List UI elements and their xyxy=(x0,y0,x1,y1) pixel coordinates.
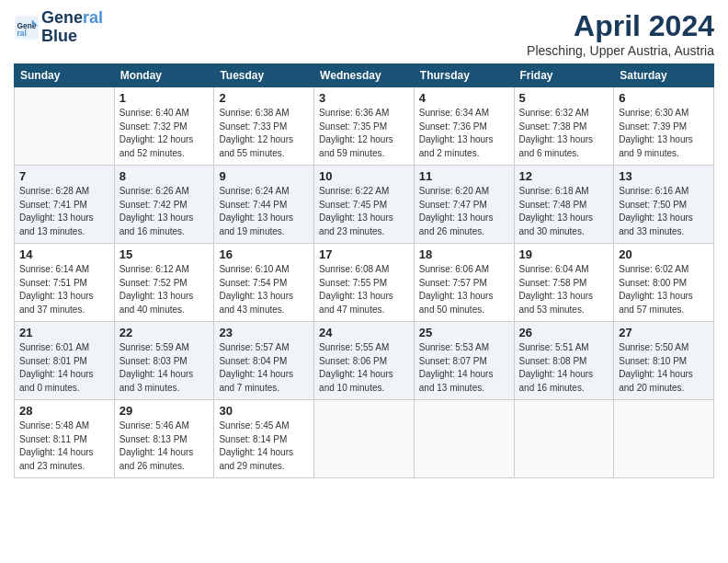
calendar-cell: 26Sunrise: 5:51 AM Sunset: 8:08 PM Dayli… xyxy=(514,322,614,400)
day-number: 18 xyxy=(419,247,509,261)
calendar-cell: 30Sunrise: 5:45 AM Sunset: 8:14 PM Dayli… xyxy=(214,400,314,478)
day-number: 15 xyxy=(119,247,210,261)
day-number: 11 xyxy=(419,169,509,183)
day-info: Sunrise: 6:10 AM Sunset: 7:54 PM Dayligh… xyxy=(219,263,309,316)
day-info: Sunrise: 6:20 AM Sunset: 7:47 PM Dayligh… xyxy=(419,185,509,238)
header-sunday: Sunday xyxy=(15,64,115,87)
calendar-cell: 18Sunrise: 6:06 AM Sunset: 7:57 PM Dayli… xyxy=(414,244,514,322)
location: Plesching, Upper Austria, Austria xyxy=(527,43,714,58)
calendar-cell xyxy=(414,400,514,478)
day-info: Sunrise: 6:28 AM Sunset: 7:41 PM Dayligh… xyxy=(19,185,109,238)
day-number: 8 xyxy=(119,169,210,183)
header-saturday: Saturday xyxy=(614,64,714,87)
day-number: 23 xyxy=(219,326,309,339)
calendar-week-row: 7Sunrise: 6:28 AM Sunset: 7:41 PM Daylig… xyxy=(15,166,714,244)
calendar-table: Sunday Monday Tuesday Wednesday Thursday… xyxy=(14,63,714,478)
calendar-week-row: 1Sunrise: 6:40 AM Sunset: 7:32 PM Daylig… xyxy=(15,87,714,166)
day-number: 10 xyxy=(319,169,409,183)
calendar-cell: 29Sunrise: 5:46 AM Sunset: 8:13 PM Dayli… xyxy=(114,400,214,478)
calendar-cell: 19Sunrise: 6:04 AM Sunset: 7:58 PM Dayli… xyxy=(514,244,614,322)
calendar-cell: 4Sunrise: 6:34 AM Sunset: 7:36 PM Daylig… xyxy=(414,87,514,166)
calendar-cell xyxy=(514,400,614,478)
day-number: 27 xyxy=(619,326,709,339)
logo: Gene ral GeneralBlue xyxy=(14,9,103,46)
calendar-cell: 23Sunrise: 5:57 AM Sunset: 8:04 PM Dayli… xyxy=(214,322,314,400)
day-info: Sunrise: 5:51 AM Sunset: 8:08 PM Dayligh… xyxy=(519,341,609,395)
day-number: 21 xyxy=(19,326,109,339)
page: Gene ral GeneralBlue April 2024 Pleschin… xyxy=(0,0,728,563)
day-info: Sunrise: 6:14 AM Sunset: 7:51 PM Dayligh… xyxy=(19,263,109,316)
day-number: 1 xyxy=(119,91,210,105)
calendar-cell: 20Sunrise: 6:02 AM Sunset: 8:00 PM Dayli… xyxy=(614,244,714,322)
day-number: 16 xyxy=(219,247,309,261)
day-info: Sunrise: 5:53 AM Sunset: 8:07 PM Dayligh… xyxy=(419,341,509,395)
calendar-cell: 21Sunrise: 6:01 AM Sunset: 8:01 PM Dayli… xyxy=(15,322,115,400)
calendar-cell: 15Sunrise: 6:12 AM Sunset: 7:52 PM Dayli… xyxy=(114,244,214,322)
day-info: Sunrise: 6:08 AM Sunset: 7:55 PM Dayligh… xyxy=(319,263,409,316)
day-number: 3 xyxy=(319,91,409,105)
calendar-cell: 2Sunrise: 6:38 AM Sunset: 7:33 PM Daylig… xyxy=(214,87,314,166)
day-info: Sunrise: 6:06 AM Sunset: 7:57 PM Dayligh… xyxy=(419,263,509,316)
day-info: Sunrise: 6:01 AM Sunset: 8:01 PM Dayligh… xyxy=(19,341,109,395)
day-number: 2 xyxy=(219,91,309,105)
day-info: Sunrise: 6:26 AM Sunset: 7:42 PM Dayligh… xyxy=(119,185,210,238)
day-info: Sunrise: 6:22 AM Sunset: 7:45 PM Dayligh… xyxy=(319,185,409,238)
day-info: Sunrise: 6:36 AM Sunset: 7:35 PM Dayligh… xyxy=(319,107,409,160)
day-info: Sunrise: 6:32 AM Sunset: 7:38 PM Dayligh… xyxy=(519,107,609,160)
day-info: Sunrise: 6:18 AM Sunset: 7:48 PM Dayligh… xyxy=(519,185,609,238)
day-number: 12 xyxy=(519,169,609,183)
day-info: Sunrise: 6:40 AM Sunset: 7:32 PM Dayligh… xyxy=(119,107,210,160)
day-info: Sunrise: 6:30 AM Sunset: 7:39 PM Dayligh… xyxy=(619,107,709,160)
day-number: 29 xyxy=(119,404,210,418)
calendar-cell: 6Sunrise: 6:30 AM Sunset: 7:39 PM Daylig… xyxy=(614,87,714,166)
calendar-cell xyxy=(15,87,115,166)
day-number: 5 xyxy=(519,91,609,105)
svg-text:ral: ral xyxy=(17,29,27,38)
header: Gene ral GeneralBlue April 2024 Pleschin… xyxy=(14,9,714,58)
calendar-cell: 3Sunrise: 6:36 AM Sunset: 7:35 PM Daylig… xyxy=(314,87,415,166)
calendar-cell: 9Sunrise: 6:24 AM Sunset: 7:44 PM Daylig… xyxy=(214,166,314,244)
calendar-cell: 1Sunrise: 6:40 AM Sunset: 7:32 PM Daylig… xyxy=(114,87,214,166)
calendar-week-row: 28Sunrise: 5:48 AM Sunset: 8:11 PM Dayli… xyxy=(15,400,714,478)
header-tuesday: Tuesday xyxy=(214,64,314,87)
header-wednesday: Wednesday xyxy=(314,64,415,87)
calendar-cell: 25Sunrise: 5:53 AM Sunset: 8:07 PM Dayli… xyxy=(414,322,514,400)
month-title: April 2024 xyxy=(527,9,714,43)
day-info: Sunrise: 6:16 AM Sunset: 7:50 PM Dayligh… xyxy=(619,185,709,238)
calendar-cell: 7Sunrise: 6:28 AM Sunset: 7:41 PM Daylig… xyxy=(15,166,115,244)
calendar-week-row: 14Sunrise: 6:14 AM Sunset: 7:51 PM Dayli… xyxy=(15,244,714,322)
day-number: 17 xyxy=(319,247,409,261)
day-number: 9 xyxy=(219,169,309,183)
calendar-cell: 5Sunrise: 6:32 AM Sunset: 7:38 PM Daylig… xyxy=(514,87,614,166)
header-friday: Friday xyxy=(514,64,614,87)
calendar-cell: 14Sunrise: 6:14 AM Sunset: 7:51 PM Dayli… xyxy=(15,244,115,322)
day-info: Sunrise: 5:50 AM Sunset: 8:10 PM Dayligh… xyxy=(619,341,709,395)
day-info: Sunrise: 5:46 AM Sunset: 8:13 PM Dayligh… xyxy=(119,419,210,473)
calendar-cell: 11Sunrise: 6:20 AM Sunset: 7:47 PM Dayli… xyxy=(414,166,514,244)
header-monday: Monday xyxy=(114,64,214,87)
day-info: Sunrise: 6:02 AM Sunset: 8:00 PM Dayligh… xyxy=(619,263,709,316)
title-section: April 2024 Plesching, Upper Austria, Aus… xyxy=(527,9,714,58)
day-info: Sunrise: 5:55 AM Sunset: 8:06 PM Dayligh… xyxy=(319,341,409,395)
day-info: Sunrise: 6:04 AM Sunset: 7:58 PM Dayligh… xyxy=(519,263,609,316)
calendar-cell xyxy=(314,400,415,478)
calendar-cell: 17Sunrise: 6:08 AM Sunset: 7:55 PM Dayli… xyxy=(314,244,415,322)
day-number: 30 xyxy=(219,404,309,418)
calendar-cell: 22Sunrise: 5:59 AM Sunset: 8:03 PM Dayli… xyxy=(114,322,214,400)
day-number: 4 xyxy=(419,91,509,105)
calendar-cell: 27Sunrise: 5:50 AM Sunset: 8:10 PM Dayli… xyxy=(614,322,714,400)
day-number: 25 xyxy=(419,326,509,339)
calendar-cell: 13Sunrise: 6:16 AM Sunset: 7:50 PM Dayli… xyxy=(614,166,714,244)
weekday-header-row: Sunday Monday Tuesday Wednesday Thursday… xyxy=(15,64,714,87)
day-number: 22 xyxy=(119,326,210,339)
day-info: Sunrise: 5:57 AM Sunset: 8:04 PM Dayligh… xyxy=(219,341,309,395)
day-info: Sunrise: 5:48 AM Sunset: 8:11 PM Dayligh… xyxy=(19,419,109,473)
calendar-cell: 28Sunrise: 5:48 AM Sunset: 8:11 PM Dayli… xyxy=(15,400,115,478)
day-info: Sunrise: 6:12 AM Sunset: 7:52 PM Dayligh… xyxy=(119,263,210,316)
calendar-week-row: 21Sunrise: 6:01 AM Sunset: 8:01 PM Dayli… xyxy=(15,322,714,400)
day-info: Sunrise: 5:59 AM Sunset: 8:03 PM Dayligh… xyxy=(119,341,210,395)
day-number: 7 xyxy=(19,169,109,183)
logo-icon: Gene ral xyxy=(14,15,40,40)
calendar-cell: 16Sunrise: 6:10 AM Sunset: 7:54 PM Dayli… xyxy=(214,244,314,322)
day-number: 28 xyxy=(19,404,109,418)
